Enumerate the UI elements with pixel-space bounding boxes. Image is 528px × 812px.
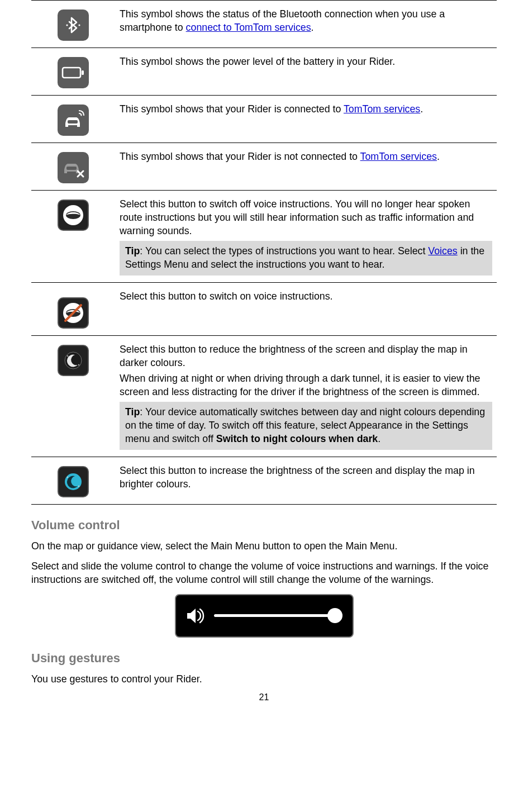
page-content: This symbol shows the status of the Blue… [0,0,528,714]
speaker-icon [185,605,207,627]
description-text: . [420,103,423,115]
volume-control-heading: Volume control [31,517,497,534]
body-text: On the map or guidance view, select the … [31,539,497,553]
svg-rect-4 [68,120,78,124]
description-cell: Select this button to switch off voice i… [115,196,497,276]
body-text: You use gestures to control your Rider. [31,672,497,686]
icon-cell [31,196,115,276]
table-row: Select this button to switch off voice i… [31,191,497,283]
description-cell: This symbol shows the power level of the… [115,54,497,88]
tip-box: Tip: You can select the types of instruc… [120,241,492,276]
tip-bold: Switch to night colours when dark [216,433,378,444]
volume-track [214,614,336,617]
using-gestures-heading: Using gestures [31,650,497,667]
description-text: . [437,151,440,162]
table-row: This symbol shows the status of the Blue… [31,0,497,48]
tomtom-services-link[interactable]: TomTom services [360,151,437,162]
svg-point-13 [78,364,79,365]
svg-rect-3 [82,70,84,75]
description-text: Select this button to switch on voice in… [120,289,492,303]
car-connected-icon [58,105,89,136]
icon-cell [31,6,115,41]
svg-rect-2 [63,68,80,78]
icon-cell [31,288,115,329]
icon-cell [31,54,115,88]
description-text: Select this button to reduce the brightn… [120,343,492,369]
tomtom-services-link[interactable]: TomTom services [344,103,420,115]
table-row: Select this button to switch on voice in… [31,283,497,336]
description-cell: Select this button to increase the brigh… [115,463,497,497]
description-text: Select this button to switch off voice i… [120,197,492,238]
night-mode-icon [58,345,89,376]
table-row: This symbol shows that your Rider is con… [31,96,497,143]
description-cell: Select this button to switch on voice in… [115,288,497,329]
car-not-connected-icon [58,152,89,183]
description-text: . [311,22,314,33]
day-mode-icon [58,466,89,497]
table-row: Select this button to reduce the brightn… [31,336,497,457]
icon-cell [31,463,115,497]
icon-cell [31,149,115,183]
tip-label: Tip [125,245,140,257]
bluetooth-icon [58,10,89,41]
svg-point-16 [78,486,79,487]
tip-text: . [378,433,380,444]
description-cell: This symbol shows that your Rider is not… [115,149,497,183]
svg-point-15 [67,477,68,478]
icon-cell [31,341,115,450]
description-cell: Select this button to reduce the brightn… [115,341,497,450]
description-text: When driving at night or when driving th… [120,372,492,398]
volume-thumb [327,608,343,623]
voices-link[interactable]: Voices [428,245,457,257]
svg-point-12 [67,355,68,357]
svg-point-1 [78,24,80,26]
volume-slider [175,594,354,638]
voice-on-icon [58,297,89,329]
voice-off-icon [58,200,89,231]
table-row: This symbol shows the power level of the… [31,48,497,96]
svg-point-0 [66,24,68,26]
svg-rect-5 [66,167,77,170]
description-text: Select this button to increase the brigh… [120,464,492,491]
table-row: This symbol shows that your Rider is not… [31,143,497,191]
tip-text: : You can select the types of instructio… [140,245,428,257]
table-row: Select this button to increase the brigh… [31,457,497,505]
description-cell: This symbol shows that your Rider is con… [115,101,497,136]
tip-label: Tip [125,406,140,417]
description-cell: This symbol shows the status of the Blue… [115,6,497,41]
page-number: 21 [31,691,497,704]
description-text: This symbol shows that your Rider is not… [120,151,360,162]
volume-slider-figure [31,594,497,638]
battery-icon [58,57,89,88]
body-text: Select and slide the volume control to c… [31,559,497,586]
tip-box: Tip: Your device automatically switches … [120,402,492,450]
icon-cell [31,101,115,136]
description-text: This symbol shows that your Rider is con… [120,103,344,115]
tomtom-services-link[interactable]: connect to TomTom services [186,22,311,33]
description-text: This symbol shows the power level of the… [120,55,492,68]
